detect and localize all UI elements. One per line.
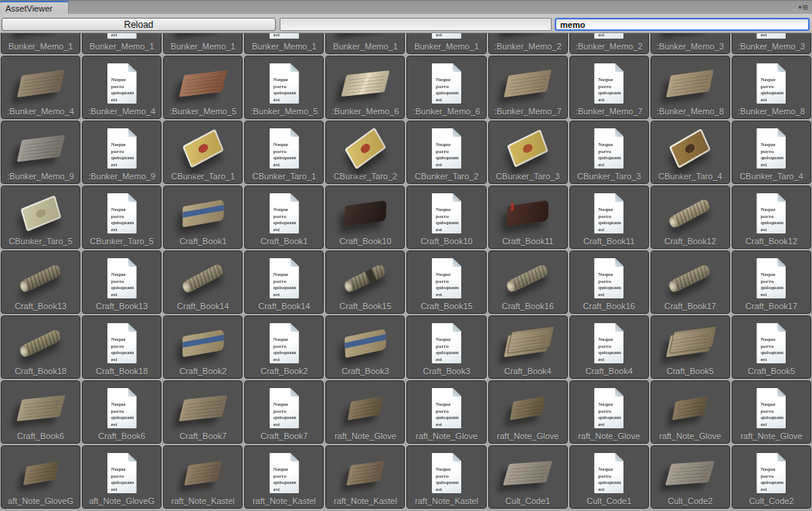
asset-tile[interactable]: Craft_Book3 [325,315,405,379]
asset-tile[interactable]: Craft_Book1 [163,186,243,249]
asset-tile[interactable]: Neque porroquisquam estqui dolorem.:Bunk… [82,121,161,184]
asset-tile[interactable]: Neque porroquisquam estqui dolorem.raft_… [732,380,811,444]
asset-tile[interactable]: Neque porroquisquam estqui dolorem.aft_N… [82,445,161,509]
asset-tile[interactable]: :Bunker_Memo_6 [325,56,405,119]
asset-tile[interactable]: Neque porroquisquam estqui dolorem.Craft… [82,380,161,444]
asset-label: :Bunker_Memo_3 [651,41,729,53]
asset-tile[interactable]: Craft_Book10 [325,186,405,249]
asset-tile[interactable]: Bunker_Memo_1 [325,33,405,54]
asset-tile[interactable]: Craft_Book17 [651,250,730,314]
asset-label: :Bunker_Memo_7 [570,106,648,118]
asset-tile[interactable]: :Bunker_Memo_4 [1,56,80,119]
asset-tile[interactable]: Neque porroquisquam estqui dolorem.CBunk… [406,121,486,184]
asset-tile[interactable]: Craft_Book18 [1,315,80,379]
asset-tile[interactable]: CBunker_Taro_1 [163,121,243,184]
asset-tile[interactable]: Craft_Book13 [1,250,80,314]
asset-tile[interactable]: Neque porroquisquam estqui dolorem.Bunke… [244,33,324,54]
asset-tile[interactable]: CBunker_Taro_2 [325,121,405,184]
scroll-3d-thumbnail [668,263,712,293]
asset-tile[interactable]: :Bunker_Memo_8 [651,56,730,119]
asset-tile[interactable]: Neque porroquisquam estqui dolorem.CBunk… [569,121,649,184]
asset-tile[interactable]: Craft_Book7 [163,380,243,444]
asset-tile[interactable]: raft_Note_Glove [488,380,568,444]
asset-tile[interactable]: Craft_Book5 [651,315,730,379]
asset-tile[interactable]: Craft_Book15 [325,250,405,314]
tarot-card-3d-thumbnail [669,128,711,169]
paper-text-lines [183,73,223,94]
asset-tile[interactable]: raft_Note_Glove [651,380,730,444]
asset-tile[interactable]: :Bunker_Memo_2 [488,33,568,54]
asset-tile[interactable]: Neque porroquisquam estqui dolorem.Bunke… [82,33,161,54]
asset-tile[interactable]: Cult_Code2 [651,445,730,509]
asset-tile[interactable]: Neque porroquisquam estqui dolorem.Cult_… [569,445,649,509]
asset-tile[interactable]: Neque porroquisquam estqui dolorem.Craft… [569,315,649,379]
asset-tile[interactable]: Neque porroquisquam estqui dolorem.Craft… [406,250,486,314]
asset-tile[interactable]: CBunker_Taro_5 [1,186,80,249]
window-menu-icon[interactable]: ▾ ≡ [798,2,808,13]
asset-tile[interactable]: Neque porroquisquam estqui dolorem.:Bunk… [244,56,324,119]
asset-tile[interactable]: Neque porroquisquam estqui dolorem.Craft… [732,186,811,249]
asset-tile[interactable]: :Bunker_Memo_3 [651,33,730,54]
asset-tile[interactable]: Craft_Book4 [488,315,568,379]
paper-3d-thumbnail [23,461,59,485]
asset-tile[interactable]: raft_Note_Glove [325,380,405,444]
asset-tile[interactable]: Neque porroquisquam estqui dolorem.:Bunk… [82,56,161,119]
asset-tile[interactable]: Neque porroquisquam estqui dolorem.:Bunk… [732,33,811,54]
asset-tile[interactable]: Neque porroquisquam estqui dolorem.Cult_… [732,445,811,509]
asset-tile[interactable]: Cult_Code1 [488,445,568,509]
asset-tile[interactable]: Neque porroquisquam estqui dolorem.CBunk… [244,121,324,184]
asset-tile[interactable]: raft_Note_Kastel [163,445,243,509]
asset-tile[interactable]: Neque porroquisquam estqui dolorem.Craft… [82,250,161,314]
asset-tile[interactable]: Craft_Book11 [488,186,568,249]
asset-tile[interactable]: Neque porroquisquam estqui dolorem.Craft… [244,186,324,249]
asset-tile[interactable]: Neque porroquisquam estqui dolorem.CBunk… [732,121,811,184]
asset-tile[interactable]: Neque porroquisquam estqui dolorem.:Bunk… [569,56,649,119]
asset-tile[interactable]: Craft_Book16 [488,250,568,314]
asset-tile[interactable]: Craft_Book6 [1,380,80,444]
asset-tile[interactable]: Neque porroquisquam estqui dolorem.CBunk… [82,186,161,249]
reload-button[interactable]: Reload [2,18,276,31]
asset-tile[interactable]: Neque porroquisquam estqui dolorem.raft_… [406,445,486,509]
asset-tile[interactable]: aft_Note_GloveG [1,445,80,509]
asset-tile[interactable]: Neque porroquisquam estqui dolorem.Craft… [569,250,649,314]
page-fold-corner [777,63,786,72]
asset-tile[interactable]: Neque porroquisquam estqui dolorem.Bunke… [406,33,486,54]
asset-tile[interactable]: :Bunker_Memo_9 [1,121,80,184]
asset-tile[interactable]: Neque porroquisquam estqui dolorem.:Bunk… [569,33,649,54]
asset-tile[interactable]: Neque porroquisquam estqui dolorem.Craft… [244,380,324,444]
asset-tile[interactable]: CBunker_Taro_4 [651,121,730,184]
asset-tile[interactable]: Craft_Book12 [651,186,730,249]
paper-3d-thumbnail [16,135,64,162]
asset-label: :Bunker_Memo_7 [489,106,567,118]
asset-tile[interactable]: CBunker_Taro_3 [488,121,568,184]
asset-tile[interactable]: Neque porroquisquam estqui dolorem.raft_… [244,445,324,509]
asset-tile[interactable]: Neque porroquisquam estqui dolorem.:Bunk… [406,56,486,119]
asset-label: Craft_Book2 [245,366,323,378]
asset-tile[interactable]: Neque porroquisquam estqui dolorem.Craft… [82,315,161,379]
asset-tile[interactable]: Craft_Book2 [163,315,243,379]
asset-label: Craft_Book7 [164,431,242,443]
asset-tile[interactable]: Bunker_Memo_1 [1,33,80,54]
page-fold-corner [128,63,137,72]
asset-thumbnail-area: Neque porroquisquam estqui dolorem. [570,251,648,301]
page-fold-corner [777,193,786,202]
search-input[interactable] [555,18,810,31]
asset-tile[interactable]: Neque porroquisquam estqui dolorem.raft_… [406,380,486,444]
asset-tile[interactable]: Neque porroquisquam estqui dolorem.Craft… [406,315,486,379]
asset-tile[interactable]: Neque porroquisquam estqui dolorem.Craft… [406,186,486,249]
asset-tile[interactable]: :Bunker_Memo_7 [488,56,568,119]
asset-tile[interactable]: Neque porroquisquam estqui dolorem.Craft… [569,186,649,249]
asset-tile[interactable]: Neque porroquisquam estqui dolorem.:Bunk… [732,56,811,119]
asset-tile[interactable]: Bunker_Memo_1 [163,33,243,54]
asset-tile[interactable]: Neque porroquisquam estqui dolorem.Craft… [732,250,811,314]
text-page-icon: Neque porroquisquam estqui dolorem. [270,33,299,39]
asset-tile[interactable]: :Bunker_Memo_5 [163,56,243,119]
asset-tile[interactable]: Craft_Book14 [163,250,243,314]
asset-tile[interactable]: Neque porroquisquam estqui dolorem.Craft… [244,315,324,379]
filter-input[interactable] [280,18,552,31]
asset-tile[interactable]: Neque porroquisquam estqui dolorem.raft_… [569,380,649,444]
tab-assetviewer[interactable]: AssetViewer [0,1,69,15]
asset-tile[interactable]: raft_Note_Kastel [325,445,405,509]
asset-tile[interactable]: Neque porroquisquam estqui dolorem.Craft… [244,250,324,314]
asset-tile[interactable]: Neque porroquisquam estqui dolorem.Craft… [732,315,811,379]
